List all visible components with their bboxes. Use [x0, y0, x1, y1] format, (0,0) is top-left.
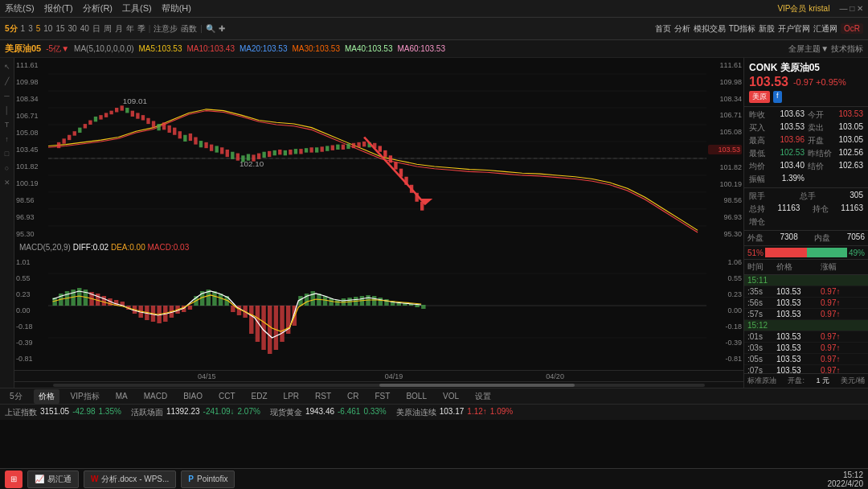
tool-search[interactable]: 🔍 — [206, 24, 215, 33]
left-tool-text[interactable]: T — [2, 119, 13, 130]
taskbar-app-wps[interactable]: W 分析.docx - WPS... — [84, 471, 176, 488]
svg-rect-67 — [342, 145, 345, 150]
period-1[interactable]: 1 — [21, 24, 26, 33]
tool-function[interactable]: 函数 — [181, 23, 197, 35]
tab-boll[interactable]: BOLL — [401, 390, 432, 402]
tab-5min[interactable]: 5分 — [5, 389, 27, 404]
price-label-10: 95.30 — [16, 230, 47, 238]
nav-account[interactable]: 开户官网 — [778, 23, 810, 35]
period-5min[interactable]: 5分 — [5, 23, 18, 35]
chart-view-toggle[interactable]: 全屏主题▼ 技术指标 — [788, 43, 863, 55]
bull-bear-bar: 51% 49% — [744, 246, 868, 260]
rpa-6: 101.82 — [708, 163, 742, 171]
nav-newshare[interactable]: 新股 — [759, 23, 775, 35]
window-controls[interactable]: — □ ✕ — [839, 4, 863, 13]
status-bar: 上证指数 3151.05 -42.98 1.35% 活跃场面 11392.23 … — [0, 404, 868, 420]
menu-analysis[interactable]: 分析(R) — [83, 2, 113, 14]
price-label-7: 100.19 — [16, 179, 47, 187]
field-low: 最低 102.53 — [747, 147, 806, 160]
left-tool-vline[interactable]: │ — [2, 105, 13, 116]
tool-annotation[interactable]: 注意步 — [154, 23, 178, 35]
left-tool-cursor[interactable]: ↖ — [2, 61, 13, 72]
left-tool-line[interactable]: ╱ — [2, 76, 13, 87]
left-tool-hline[interactable]: ─ — [2, 90, 13, 101]
svg-rect-33 — [168, 125, 171, 133]
left-tool-circle[interactable]: ○ — [2, 162, 13, 174]
menu-tools[interactable]: 工具(S) — [122, 2, 152, 14]
tab-vip[interactable]: VIP指标 — [66, 389, 104, 404]
mr-2: 0.23 — [708, 290, 742, 298]
tag-type: 美原 — [749, 91, 770, 103]
tool-crosshair[interactable]: ✚ — [219, 24, 225, 33]
period-10[interactable]: 10 — [43, 24, 52, 33]
left-tool-delete[interactable]: ✕ — [2, 177, 13, 188]
svg-rect-130 — [311, 291, 315, 306]
rpa-9: 96.93 — [708, 213, 742, 221]
tab-cr[interactable]: CR — [342, 390, 363, 402]
left-tool-arrow[interactable]: ↑ — [2, 134, 13, 145]
nav-trade[interactable]: 模拟交易 — [694, 23, 726, 35]
tag-exchange: f — [773, 91, 782, 103]
menu-help[interactable]: 帮助(H) — [162, 2, 191, 14]
svg-rect-41 — [210, 145, 213, 151]
tab-ma[interactable]: MA — [111, 390, 133, 402]
svg-rect-133 — [329, 298, 333, 306]
tab-price[interactable]: 价格 — [34, 389, 59, 404]
period-15[interactable]: 15 — [55, 24, 64, 33]
sb-active-val: 11392.23 — [166, 407, 200, 418]
ocr-button[interactable]: OcR — [841, 23, 863, 34]
ma60-value: MA60:103.53 — [397, 44, 445, 53]
period-40[interactable]: 40 — [80, 24, 89, 33]
macd-label-container: MACD(5,20,9) DIFF:0.02 DEA:0.00 MACD:0.0… — [19, 243, 189, 252]
inside-value: 7056 — [847, 232, 865, 244]
tab-edz[interactable]: EDZ — [247, 390, 272, 402]
current-price: 103.53 — [749, 75, 788, 89]
macd-dea: DEA:0.00 — [111, 243, 145, 252]
period-5[interactable]: 5 — [36, 24, 41, 33]
period-day[interactable]: 日 — [92, 23, 100, 35]
svg-rect-11 — [57, 142, 60, 148]
trade-list-header: 时间 价格 涨幅 — [744, 260, 868, 275]
tab-biao[interactable]: BIAO — [178, 390, 207, 402]
rpa-2: 108.34 — [708, 95, 742, 103]
svg-rect-57 — [289, 150, 292, 154]
taskbar-app-yihuitong[interactable]: 📈 易汇通 — [27, 471, 79, 488]
tab-settings[interactable]: 设置 — [470, 389, 496, 404]
rpa-0: 111.61 — [708, 61, 742, 69]
tab-rst[interactable]: RST — [310, 390, 336, 402]
svg-rect-110 — [188, 306, 192, 310]
nav-home[interactable]: 首页 — [655, 23, 671, 35]
tab-fst[interactable]: FST — [371, 390, 395, 402]
time-label-2: 04/20 — [546, 372, 564, 380]
macd-axis-right: 1.06 0.55 0.23 0.00 -0.18 -0.39 -0.81 — [706, 241, 743, 370]
period-year[interactable]: 年 — [126, 23, 134, 35]
nav-tdindicator[interactable]: TD指标 — [729, 23, 755, 35]
left-tool-rect[interactable]: □ — [2, 148, 13, 159]
main-chart[interactable]: 111.61 109.98 108.34 106.71 105.08 103.4… — [14, 58, 743, 241]
period-3[interactable]: 3 — [28, 24, 33, 33]
svg-rect-17 — [88, 121, 92, 125]
menu-system[interactable]: 系统(S) — [5, 2, 35, 14]
period-week[interactable]: 周 — [104, 23, 112, 35]
tab-cct[interactable]: CCT — [214, 390, 240, 402]
price-fields: 昨收 103.63 今开 103.53 买入 103.53 卖出 103.05 … — [744, 107, 868, 188]
svg-rect-61 — [309, 147, 313, 152]
nav-exchange[interactable]: 汇通网 — [813, 23, 837, 35]
nav-analysis[interactable]: 分析 — [674, 23, 690, 35]
tab-macd[interactable]: MACD — [139, 390, 172, 402]
start-button[interactable]: ⊞ — [5, 471, 23, 488]
period-month[interactable]: 月 — [115, 23, 123, 35]
period-quarter[interactable]: 季 — [137, 23, 145, 35]
scroll-bar[interactable] — [14, 381, 743, 388]
tab-vol[interactable]: VOL — [438, 390, 464, 402]
menu-quote[interactable]: 报价(T) — [44, 2, 73, 14]
field-holdings: 总持 11163 持仓 11163 — [747, 203, 865, 216]
field-amplitude: 振幅 1.39% — [747, 173, 806, 186]
tab-lpr[interactable]: LPR — [279, 390, 304, 402]
symbol-name[interactable]: 美原油05 — [5, 43, 41, 55]
period-30[interactable]: 30 — [68, 24, 77, 33]
taskbar-app-pointofix[interactable]: P Pointofix — [181, 471, 235, 488]
right-panel: CONK 美原油05 103.53 -0.97 +0.95% 美原 f 昨收 1… — [743, 58, 868, 388]
svg-rect-16 — [84, 124, 87, 128]
rpa-8: 98.56 — [708, 196, 742, 204]
